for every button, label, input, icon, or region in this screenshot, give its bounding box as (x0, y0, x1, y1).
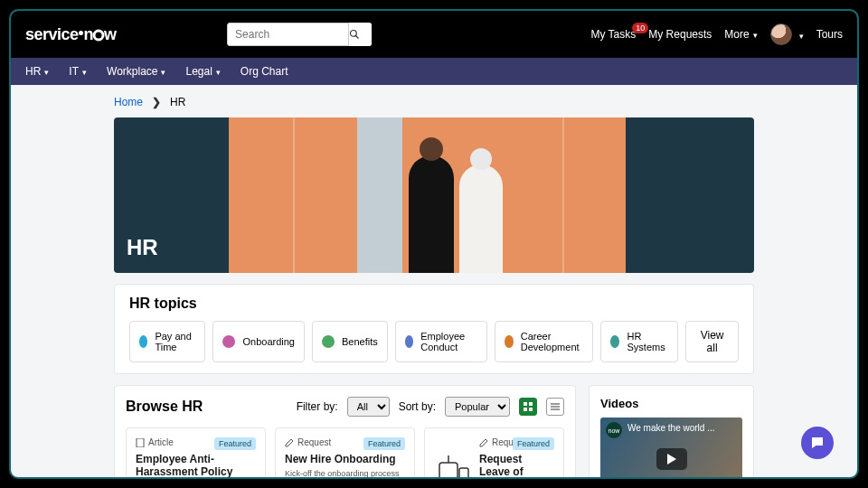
doc-icon (136, 438, 145, 447)
nav2-legal[interactable]: Legal (185, 65, 220, 78)
list-view-button[interactable] (546, 398, 564, 416)
topic-benefits[interactable]: Benefits (312, 321, 388, 362)
page-title: HR (127, 235, 158, 260)
svg-rect-11 (439, 463, 458, 479)
edit-icon (479, 438, 488, 447)
sort-select[interactable]: Popular (445, 397, 510, 417)
svg-rect-13 (459, 468, 468, 479)
secondary-nav: HR IT Workplace Legal Org Chart (11, 58, 857, 85)
person-plus-icon (222, 335, 235, 348)
shield-icon (405, 335, 413, 348)
browse-heading: Browse HR (126, 399, 203, 415)
breadcrumb-home[interactable]: Home (114, 96, 143, 108)
svg-rect-6 (529, 408, 533, 411)
growth-icon (505, 335, 514, 348)
my-tasks-link[interactable]: My Tasks10 (590, 28, 636, 41)
health-icon (322, 335, 335, 348)
svg-rect-3 (524, 402, 527, 406)
featured-badge: Featured (363, 437, 405, 450)
featured-badge: Featured (513, 437, 554, 450)
grid-view-button[interactable] (519, 398, 537, 416)
chat-icon (809, 435, 826, 451)
grid-icon (524, 402, 533, 411)
topic-hr-systems[interactable]: HR Systems (600, 321, 678, 362)
nav2-it[interactable]: IT (69, 65, 87, 78)
breadcrumb: Home ❯ HR (114, 96, 754, 108)
my-requests-link[interactable]: My Requests (648, 28, 712, 41)
filter-select[interactable]: All (347, 397, 390, 417)
gear-icon (610, 335, 619, 348)
topic-career-development[interactable]: Career Development (495, 321, 593, 362)
top-right-nav: My Tasks10 My Requests More Tours (590, 23, 843, 45)
luggage-icon (434, 452, 470, 479)
card-title: Request Leave of Absence (479, 453, 554, 479)
svg-line-2 (356, 36, 359, 39)
card-request-leave[interactable]: Featured Request Request Leave of Absenc… (424, 427, 564, 479)
card-article-policy[interactable]: Featured Article Employee Anti-Harassmen… (126, 427, 266, 479)
more-menu[interactable]: More (724, 28, 757, 41)
card-title: Employee Anti-Harassment Policy (136, 453, 256, 478)
topic-employee-conduct[interactable]: Employee Conduct (395, 321, 487, 362)
video-title: We make the world ... (627, 423, 715, 433)
svg-rect-5 (524, 408, 527, 411)
user-menu-caret[interactable] (796, 28, 804, 42)
breadcrumb-current: HR (170, 96, 185, 108)
topics-heading: HR topics (129, 296, 739, 312)
view-all-topics-button[interactable]: View all (685, 321, 739, 362)
tasks-count-badge: 10 (632, 23, 648, 33)
brand-logo[interactable]: servicenw (25, 25, 117, 44)
card-request-onboarding[interactable]: Featured Request New Hire Onboarding Kic… (275, 427, 415, 479)
video-source-icon: now (606, 422, 622, 438)
card-title: New Hire Onboarding (285, 453, 405, 465)
list-icon (551, 402, 560, 411)
topic-onboarding[interactable]: Onboarding (212, 321, 305, 362)
hero-banner: HR (114, 117, 754, 273)
user-avatar[interactable] (770, 23, 792, 45)
svg-rect-10 (137, 438, 144, 447)
nav2-orgchart[interactable]: Org Chart (241, 65, 288, 78)
chevron-right-icon: ❯ (152, 96, 161, 108)
nav2-hr[interactable]: HR (25, 65, 49, 78)
clock-icon (139, 335, 147, 348)
global-search (227, 23, 372, 46)
search-icon (349, 29, 360, 40)
featured-badge: Featured (214, 437, 256, 450)
sort-label: Sort by: (399, 400, 436, 413)
topic-pay-and-time[interactable]: Pay and Time (129, 321, 205, 362)
hr-topics-panel: HR topics Pay and Time Onboarding Benefi… (114, 284, 754, 374)
browse-panel: Browse HR Filter by: All Sort by: Popula… (114, 385, 576, 479)
video-thumbnail[interactable]: now We make the world ... (600, 418, 742, 479)
tours-link[interactable]: Tours (816, 28, 843, 41)
svg-point-0 (94, 31, 103, 40)
search-submit-button[interactable] (348, 23, 372, 46)
svg-rect-4 (529, 402, 533, 406)
videos-heading: Videos (600, 397, 742, 410)
play-icon (656, 448, 687, 470)
edit-icon (285, 438, 294, 447)
nav2-workplace[interactable]: Workplace (107, 65, 165, 78)
videos-panel: Videos now We make the world ... (589, 385, 754, 479)
top-bar: servicenw My Tasks10 My Requests More To… (11, 11, 857, 58)
chat-fab[interactable] (801, 427, 834, 459)
filter-label: Filter by: (297, 400, 338, 413)
card-desc: Kick-off the onboarding process (285, 469, 405, 479)
svg-point-1 (351, 31, 357, 37)
